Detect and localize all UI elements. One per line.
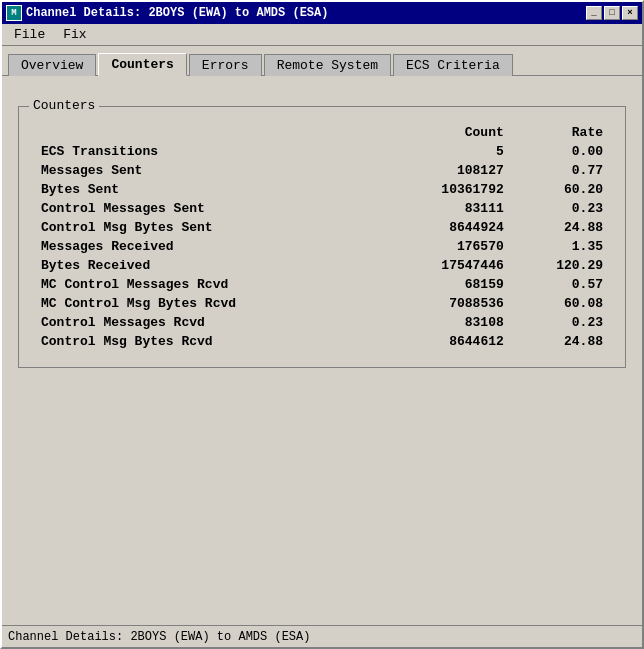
counter-rate: 60.08: [510, 294, 609, 313]
menu-bar: File Fix: [2, 24, 642, 46]
menu-fix[interactable]: Fix: [55, 25, 94, 44]
counter-rate: 0.23: [510, 199, 609, 218]
counter-label: Bytes Sent: [35, 180, 384, 199]
table-row: MC Control Msg Bytes Rcvd708853660.08: [35, 294, 609, 313]
col-header-rate: Rate: [510, 123, 609, 142]
maximize-button[interactable]: □: [604, 6, 620, 20]
table-row: Bytes Received17547446120.29: [35, 256, 609, 275]
status-bar: Channel Details: 2BOYS (EWA) to AMDS (ES…: [2, 625, 642, 647]
counter-count: 108127: [384, 161, 510, 180]
counter-count: 7088536: [384, 294, 510, 313]
window-icon: M: [6, 5, 22, 21]
table-row: MC Control Messages Rcvd681590.57: [35, 275, 609, 294]
counter-rate: 0.00: [510, 142, 609, 161]
counter-rate: 0.23: [510, 313, 609, 332]
counter-count: 10361792: [384, 180, 510, 199]
window-title: Channel Details: 2BOYS (EWA) to AMDS (ES…: [26, 6, 582, 20]
counter-count: 8644924: [384, 218, 510, 237]
title-bar: M Channel Details: 2BOYS (EWA) to AMDS (…: [2, 2, 642, 24]
counter-rate: 1.35: [510, 237, 609, 256]
content-area: Counters Count Rate ECS Transitions50.00…: [2, 75, 642, 625]
title-bar-buttons: _ □ ×: [586, 6, 638, 20]
counter-label: Bytes Received: [35, 256, 384, 275]
counter-label: Control Messages Sent: [35, 199, 384, 218]
counters-group-box: Counters Count Rate ECS Transitions50.00…: [18, 106, 626, 368]
counter-count: 68159: [384, 275, 510, 294]
counter-count: 83111: [384, 199, 510, 218]
counter-count: 17547446: [384, 256, 510, 275]
counter-count: 5: [384, 142, 510, 161]
col-header-count: Count: [384, 123, 510, 142]
table-row: Bytes Sent1036179260.20: [35, 180, 609, 199]
counter-label: Messages Received: [35, 237, 384, 256]
tab-bar: Overview Counters Errors Remote System E…: [2, 46, 642, 75]
tab-errors[interactable]: Errors: [189, 54, 262, 76]
window-icon-label: M: [11, 8, 16, 18]
counter-rate: 0.77: [510, 161, 609, 180]
table-row: Messages Sent1081270.77: [35, 161, 609, 180]
tab-overview[interactable]: Overview: [8, 54, 96, 76]
tab-ecs-criteria[interactable]: ECS Criteria: [393, 54, 513, 76]
col-header-label: [35, 123, 384, 142]
counter-count: 83108: [384, 313, 510, 332]
counter-label: ECS Transitions: [35, 142, 384, 161]
counter-count: 8644612: [384, 332, 510, 351]
counter-label: Control Msg Bytes Sent: [35, 218, 384, 237]
table-row: Messages Received1765701.35: [35, 237, 609, 256]
counter-label: Control Messages Rcvd: [35, 313, 384, 332]
counters-table: Count Rate ECS Transitions50.00Messages …: [35, 123, 609, 351]
counter-rate: 60.20: [510, 180, 609, 199]
table-row: Control Messages Rcvd831080.23: [35, 313, 609, 332]
counter-label: MC Control Msg Bytes Rcvd: [35, 294, 384, 313]
main-window: M Channel Details: 2BOYS (EWA) to AMDS (…: [0, 0, 644, 649]
table-row: Control Msg Bytes Sent864492424.88: [35, 218, 609, 237]
minimize-button[interactable]: _: [586, 6, 602, 20]
counter-count: 176570: [384, 237, 510, 256]
table-row: Control Messages Sent831110.23: [35, 199, 609, 218]
status-text: Channel Details: 2BOYS (EWA) to AMDS (ES…: [8, 630, 310, 644]
table-row: ECS Transitions50.00: [35, 142, 609, 161]
menu-file[interactable]: File: [6, 25, 53, 44]
counter-label: Control Msg Bytes Rcvd: [35, 332, 384, 351]
counter-rate: 24.88: [510, 218, 609, 237]
counter-rate: 120.29: [510, 256, 609, 275]
counter-rate: 0.57: [510, 275, 609, 294]
counter-label: Messages Sent: [35, 161, 384, 180]
close-button[interactable]: ×: [622, 6, 638, 20]
table-row: Control Msg Bytes Rcvd864461224.88: [35, 332, 609, 351]
counter-label: MC Control Messages Rcvd: [35, 275, 384, 294]
tab-counters[interactable]: Counters: [98, 53, 186, 76]
counter-rate: 24.88: [510, 332, 609, 351]
group-box-legend: Counters: [29, 98, 99, 113]
tab-remote-system[interactable]: Remote System: [264, 54, 391, 76]
